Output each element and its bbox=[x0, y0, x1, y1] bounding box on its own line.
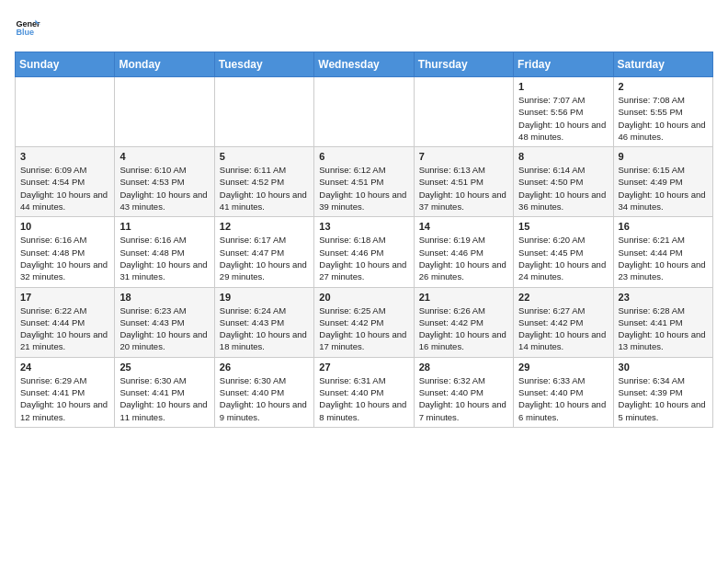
calendar-cell: 30Sunrise: 6:34 AMSunset: 4:39 PMDayligh… bbox=[613, 357, 712, 427]
day-info: Sunrise: 6:09 AMSunset: 4:54 PMDaylight:… bbox=[20, 164, 109, 213]
weekday-header-row: SundayMondayTuesdayWednesdayThursdayFrid… bbox=[16, 52, 713, 77]
day-info: Sunrise: 6:19 AMSunset: 4:46 PMDaylight:… bbox=[419, 234, 508, 282]
logo-icon: General Blue bbox=[15, 15, 40, 40]
day-info: Sunrise: 6:16 AMSunset: 4:48 PMDaylight:… bbox=[119, 234, 209, 282]
calendar-cell: 27Sunrise: 6:31 AMSunset: 4:40 PMDayligh… bbox=[314, 357, 414, 427]
calendar-cell: 3Sunrise: 6:09 AMSunset: 4:54 PMDaylight… bbox=[16, 147, 115, 217]
day-info: Sunrise: 6:32 AMSunset: 4:40 PMDaylight:… bbox=[419, 374, 508, 423]
day-info: Sunrise: 6:24 AMSunset: 4:43 PMDaylight:… bbox=[220, 304, 309, 353]
day-info: Sunrise: 6:33 AMSunset: 4:40 PMDaylight:… bbox=[518, 374, 608, 423]
day-number: 28 bbox=[419, 362, 508, 373]
calendar-cell: 22Sunrise: 6:27 AMSunset: 4:42 PMDayligh… bbox=[514, 287, 613, 357]
calendar-cell bbox=[314, 77, 414, 147]
calendar-cell: 25Sunrise: 6:30 AMSunset: 4:41 PMDayligh… bbox=[115, 357, 214, 427]
calendar-cell bbox=[214, 77, 313, 147]
calendar-cell: 8Sunrise: 6:14 AMSunset: 4:50 PMDaylight… bbox=[514, 147, 613, 217]
calendar-week-5: 24Sunrise: 6:29 AMSunset: 4:41 PMDayligh… bbox=[16, 357, 713, 427]
weekday-header-monday: Monday bbox=[115, 52, 214, 77]
day-number: 9 bbox=[619, 151, 708, 162]
calendar-cell: 2Sunrise: 7:08 AMSunset: 5:55 PMDaylight… bbox=[613, 77, 712, 147]
day-number: 12 bbox=[220, 221, 309, 232]
day-number: 3 bbox=[20, 151, 109, 162]
day-info: Sunrise: 6:23 AMSunset: 4:43 PMDaylight:… bbox=[119, 304, 209, 353]
svg-text:General: General bbox=[16, 19, 40, 29]
calendar-week-1: 1Sunrise: 7:07 AMSunset: 5:56 PMDaylight… bbox=[16, 77, 713, 147]
calendar-body: 1Sunrise: 7:07 AMSunset: 5:56 PMDaylight… bbox=[16, 77, 713, 428]
weekday-header-wednesday: Wednesday bbox=[314, 52, 414, 77]
weekday-header-saturday: Saturday bbox=[613, 52, 712, 77]
day-info: Sunrise: 6:20 AMSunset: 4:45 PMDaylight:… bbox=[518, 234, 608, 282]
calendar-cell: 4Sunrise: 6:10 AMSunset: 4:53 PMDaylight… bbox=[115, 147, 214, 217]
calendar-cell: 16Sunrise: 6:21 AMSunset: 4:44 PMDayligh… bbox=[613, 217, 712, 287]
day-number: 4 bbox=[119, 151, 209, 162]
day-number: 14 bbox=[419, 221, 508, 232]
calendar-week-4: 17Sunrise: 6:22 AMSunset: 4:44 PMDayligh… bbox=[16, 287, 713, 357]
day-info: Sunrise: 6:10 AMSunset: 4:53 PMDaylight:… bbox=[119, 164, 209, 213]
day-info: Sunrise: 6:16 AMSunset: 4:48 PMDaylight:… bbox=[20, 234, 109, 282]
weekday-header-tuesday: Tuesday bbox=[214, 52, 313, 77]
day-info: Sunrise: 6:17 AMSunset: 4:47 PMDaylight:… bbox=[220, 234, 309, 282]
day-number: 13 bbox=[319, 221, 408, 232]
day-number: 2 bbox=[619, 81, 708, 92]
calendar-cell bbox=[414, 77, 513, 147]
calendar-cell: 13Sunrise: 6:18 AMSunset: 4:46 PMDayligh… bbox=[314, 217, 414, 287]
calendar-cell: 28Sunrise: 6:32 AMSunset: 4:40 PMDayligh… bbox=[414, 357, 513, 427]
day-info: Sunrise: 6:12 AMSunset: 4:51 PMDaylight:… bbox=[319, 164, 408, 213]
day-number: 10 bbox=[20, 221, 109, 232]
day-number: 16 bbox=[619, 221, 708, 232]
day-number: 25 bbox=[119, 362, 209, 373]
calendar-cell: 17Sunrise: 6:22 AMSunset: 4:44 PMDayligh… bbox=[16, 287, 115, 357]
day-number: 17 bbox=[20, 292, 109, 303]
day-number: 11 bbox=[119, 221, 209, 232]
day-info: Sunrise: 6:18 AMSunset: 4:46 PMDaylight:… bbox=[319, 234, 408, 282]
day-number: 5 bbox=[220, 151, 309, 162]
day-info: Sunrise: 6:27 AMSunset: 4:42 PMDaylight:… bbox=[518, 304, 608, 353]
day-number: 1 bbox=[518, 81, 608, 92]
day-info: Sunrise: 6:25 AMSunset: 4:42 PMDaylight:… bbox=[319, 304, 408, 353]
day-info: Sunrise: 6:13 AMSunset: 4:51 PMDaylight:… bbox=[419, 164, 508, 213]
day-number: 20 bbox=[319, 292, 408, 303]
page-header: General Blue bbox=[15, 15, 713, 40]
calendar-cell: 11Sunrise: 6:16 AMSunset: 4:48 PMDayligh… bbox=[115, 217, 214, 287]
calendar-cell: 12Sunrise: 6:17 AMSunset: 4:47 PMDayligh… bbox=[214, 217, 313, 287]
logo: General Blue bbox=[15, 15, 44, 40]
day-number: 27 bbox=[319, 362, 408, 373]
calendar-cell: 6Sunrise: 6:12 AMSunset: 4:51 PMDaylight… bbox=[314, 147, 414, 217]
day-number: 18 bbox=[119, 292, 209, 303]
calendar-table: SundayMondayTuesdayWednesdayThursdayFrid… bbox=[15, 52, 713, 428]
day-info: Sunrise: 6:30 AMSunset: 4:41 PMDaylight:… bbox=[119, 374, 209, 423]
weekday-header-thursday: Thursday bbox=[414, 52, 513, 77]
day-info: Sunrise: 6:29 AMSunset: 4:41 PMDaylight:… bbox=[20, 374, 109, 423]
day-info: Sunrise: 6:30 AMSunset: 4:40 PMDaylight:… bbox=[220, 374, 309, 423]
day-info: Sunrise: 6:21 AMSunset: 4:44 PMDaylight:… bbox=[619, 234, 708, 282]
day-number: 7 bbox=[419, 151, 508, 162]
calendar-cell: 18Sunrise: 6:23 AMSunset: 4:43 PMDayligh… bbox=[115, 287, 214, 357]
day-number: 15 bbox=[518, 221, 608, 232]
day-info: Sunrise: 6:26 AMSunset: 4:42 PMDaylight:… bbox=[419, 304, 508, 353]
calendar-cell: 15Sunrise: 6:20 AMSunset: 4:45 PMDayligh… bbox=[514, 217, 613, 287]
day-info: Sunrise: 6:34 AMSunset: 4:39 PMDaylight:… bbox=[619, 374, 708, 423]
day-number: 29 bbox=[518, 362, 608, 373]
calendar-cell: 5Sunrise: 6:11 AMSunset: 4:52 PMDaylight… bbox=[214, 147, 313, 217]
calendar-cell: 23Sunrise: 6:28 AMSunset: 4:41 PMDayligh… bbox=[613, 287, 712, 357]
calendar-cell: 24Sunrise: 6:29 AMSunset: 4:41 PMDayligh… bbox=[16, 357, 115, 427]
calendar-cell: 14Sunrise: 6:19 AMSunset: 4:46 PMDayligh… bbox=[414, 217, 513, 287]
day-number: 21 bbox=[419, 292, 508, 303]
day-number: 26 bbox=[220, 362, 309, 373]
day-info: Sunrise: 6:28 AMSunset: 4:41 PMDaylight:… bbox=[619, 304, 708, 353]
day-number: 30 bbox=[619, 362, 708, 373]
calendar-cell: 21Sunrise: 6:26 AMSunset: 4:42 PMDayligh… bbox=[414, 287, 513, 357]
calendar-cell: 26Sunrise: 6:30 AMSunset: 4:40 PMDayligh… bbox=[214, 357, 313, 427]
calendar-week-2: 3Sunrise: 6:09 AMSunset: 4:54 PMDaylight… bbox=[16, 147, 713, 217]
day-number: 24 bbox=[20, 362, 109, 373]
calendar-cell: 19Sunrise: 6:24 AMSunset: 4:43 PMDayligh… bbox=[214, 287, 313, 357]
day-number: 8 bbox=[518, 151, 608, 162]
svg-text:Blue: Blue bbox=[16, 28, 34, 37]
calendar-cell: 9Sunrise: 6:15 AMSunset: 4:49 PMDaylight… bbox=[613, 147, 712, 217]
calendar-cell: 29Sunrise: 6:33 AMSunset: 4:40 PMDayligh… bbox=[514, 357, 613, 427]
day-number: 6 bbox=[319, 151, 408, 162]
day-number: 23 bbox=[619, 292, 708, 303]
calendar-cell bbox=[16, 77, 115, 147]
day-info: Sunrise: 6:22 AMSunset: 4:44 PMDaylight:… bbox=[20, 304, 109, 353]
day-info: Sunrise: 6:14 AMSunset: 4:50 PMDaylight:… bbox=[518, 164, 608, 213]
